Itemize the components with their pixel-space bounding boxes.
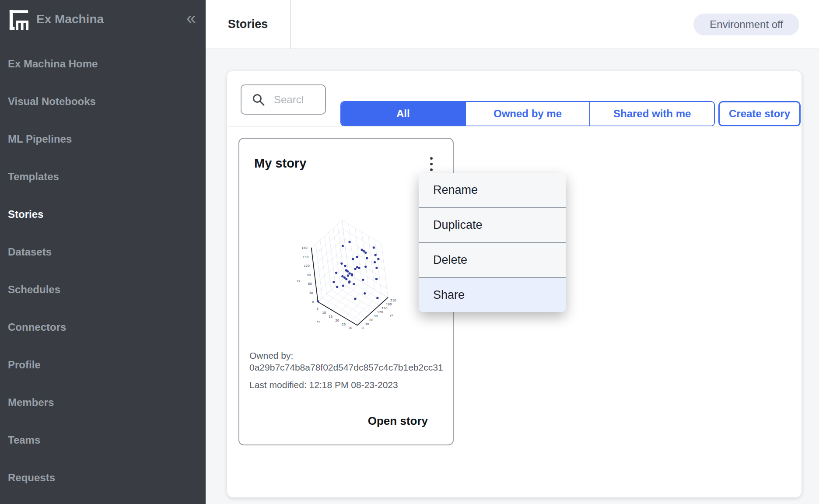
svg-text:10: 10 [322, 311, 326, 315]
app-root: Ex Machina « Ex Machina Home Visual Note… [0, 0, 819, 504]
filter-owned-by-me[interactable]: Owned by me [465, 102, 590, 126]
svg-text:zs: zs [297, 280, 300, 283]
story-title: My story [254, 156, 306, 171]
sidebar-item-visual-notebooks[interactable]: Visual Notebooks [0, 83, 206, 120]
svg-text:0: 0 [312, 301, 314, 304]
story-thumbnail-chart: 5101520253003060901201501802100306090120… [291, 217, 403, 333]
sidebar-item-templates[interactable]: Templates [0, 158, 206, 196]
menu-item-delete[interactable]: Delete [419, 242, 566, 277]
top-bar: Stories Environment off [206, 0, 819, 49]
stories-panel: All Owned by me Shared with me Create st… [227, 71, 802, 497]
menu-item-duplicate[interactable]: Duplicate [419, 207, 566, 242]
tab-stories-label: Stories [228, 18, 268, 31]
sidebar-item-connectors[interactable]: Connectors [0, 308, 206, 346]
svg-text:0: 0 [361, 326, 363, 330]
kebab-icon [430, 157, 433, 160]
kebab-menu-button[interactable] [426, 153, 437, 175]
owned-by-label: Owned by: [249, 350, 447, 361]
svg-text:xs: xs [317, 320, 320, 323]
sidebar-item-ex-machina-home[interactable]: Ex Machina Home [0, 45, 206, 83]
svg-text:20: 20 [335, 319, 339, 322]
svg-text:15: 15 [329, 315, 332, 318]
environment-badge[interactable]: Environment off [693, 14, 799, 35]
story-meta: Owned by: 0a29b7c74b8a78f02d547dc857c4c7… [249, 350, 447, 391]
sidebar-item-requests[interactable]: Requests [0, 459, 206, 497]
svg-text:90: 90 [307, 273, 311, 277]
search-box[interactable] [241, 84, 326, 115]
sidebar-collapse-button[interactable]: « [184, 9, 199, 29]
sidebar-nav: Ex Machina Home Visual Notebooks ML Pipe… [0, 45, 206, 497]
last-modified: Last modified: 12:18 PM 08-23-2023 [249, 379, 447, 391]
filter-all[interactable]: All [341, 102, 465, 126]
sidebar-item-members[interactable]: Members [0, 384, 206, 421]
sidebar-item-teams[interactable]: Teams [0, 421, 206, 459]
context-menu: Rename Duplicate Delete Share [419, 173, 566, 312]
ex-machina-logo-icon [8, 9, 30, 30]
svg-text:120: 120 [304, 264, 309, 268]
menu-item-share[interactable]: Share [419, 277, 566, 312]
toolbar-divider [227, 126, 802, 126]
sidebar-header: Ex Machina « [0, 0, 206, 30]
svg-text:210: 210 [390, 299, 396, 302]
search-icon [252, 93, 265, 106]
sidebar-item-datasets[interactable]: Datasets [0, 233, 206, 271]
svg-text:180: 180 [386, 303, 392, 306]
tab-stories[interactable]: Stories [206, 0, 290, 49]
sidebar-item-profile[interactable]: Profile [0, 346, 206, 384]
svg-text:180: 180 [301, 246, 307, 250]
svg-text:5: 5 [316, 307, 318, 311]
svg-text:150: 150 [382, 307, 387, 310]
svg-text:25: 25 [342, 323, 346, 326]
svg-text:150: 150 [303, 256, 308, 259]
owner-id: 0a29b7c74b8a78f02d547dc857c4c7b1eb2cc31 [249, 361, 447, 373]
svg-text:30: 30 [365, 322, 369, 326]
sidebar: Ex Machina « Ex Machina Home Visual Note… [0, 0, 206, 504]
svg-text:120: 120 [377, 311, 383, 314]
svg-text:60: 60 [369, 318, 373, 322]
create-story-button[interactable]: Create story [718, 101, 801, 126]
search-input[interactable] [274, 94, 303, 106]
sidebar-item-ml-pipelines[interactable]: ML Pipelines [0, 120, 206, 158]
menu-item-rename[interactable]: Rename [419, 173, 566, 207]
svg-text:30: 30 [309, 291, 313, 295]
stories-toolbar: All Owned by me Shared with me Create st… [241, 84, 788, 115]
sidebar-item-schedules[interactable]: Schedules [0, 271, 206, 308]
svg-text:90: 90 [374, 315, 378, 318]
open-story-button[interactable]: Open story [368, 414, 428, 428]
sidebar-item-stories[interactable]: Stories [0, 196, 206, 233]
filter-shared-with-me[interactable]: Shared with me [589, 102, 714, 126]
app-title: Ex Machina [36, 12, 184, 26]
filter-group: All Owned by me Shared with me [340, 101, 715, 126]
svg-text:ys: ys [390, 314, 393, 317]
svg-text:30: 30 [348, 326, 352, 330]
svg-text:60: 60 [308, 282, 312, 286]
